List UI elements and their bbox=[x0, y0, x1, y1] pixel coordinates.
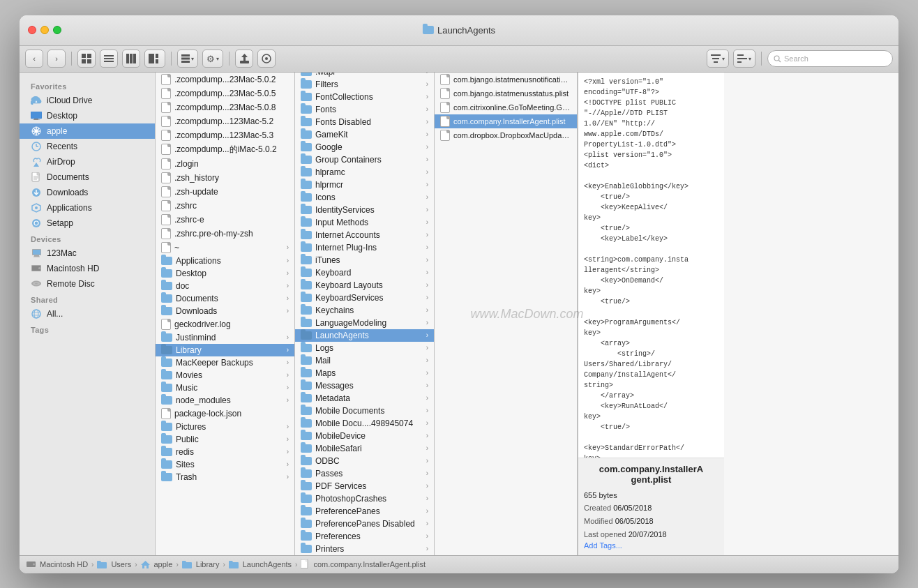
list-item[interactable]: PreferencePanes Disabled› bbox=[295, 518, 434, 530]
list-item[interactable]: Input Methods› bbox=[295, 216, 434, 229]
list-item[interactable]: com.dropbox.DropboxMacUpdate.agent.plist bbox=[435, 128, 577, 142]
sidebar-item-documents[interactable]: Documents bbox=[20, 169, 155, 185]
list-item[interactable]: GameKit› bbox=[295, 128, 434, 141]
list-item[interactable]: .zshrc-e bbox=[156, 213, 294, 227]
list-item[interactable]: Logs› bbox=[295, 342, 434, 354]
list-item[interactable]: .zcompdump...23Mac-5.0.5 bbox=[156, 86, 294, 100]
list-item[interactable]: .zsh-update bbox=[156, 185, 294, 199]
sidebar-item-recents[interactable]: Recents bbox=[20, 139, 155, 154]
list-item[interactable]: Music› bbox=[156, 382, 294, 394]
list-item[interactable]: Fonts Disabled› bbox=[295, 116, 434, 128]
sidebar-item-all[interactable]: All... bbox=[20, 306, 155, 322]
breadcrumb-item-4[interactable]: LaunchAgents bbox=[229, 560, 292, 568]
list-item[interactable]: Metadata› bbox=[295, 392, 434, 405]
list-item[interactable]: Maps› bbox=[295, 367, 434, 379]
list-item[interactable]: Group Containers› bbox=[295, 153, 434, 166]
list-item[interactable]: Keyboard Layouts› bbox=[295, 279, 434, 292]
tag-button[interactable] bbox=[257, 50, 276, 68]
view-list-button[interactable] bbox=[100, 50, 118, 68]
list-item[interactable]: com.company.InstallerAgent.plist bbox=[435, 114, 577, 128]
list-item[interactable]: MobileSafari› bbox=[295, 442, 434, 455]
search-box[interactable]: Search bbox=[767, 50, 893, 67]
list-item[interactable]: Icons› bbox=[295, 191, 434, 204]
list-item[interactable]: com.bjango.istatmenusstatus.plist bbox=[435, 86, 577, 100]
list-item[interactable]: Filters› bbox=[295, 78, 434, 91]
sidebar-item-airdrop[interactable]: AirDrop bbox=[20, 154, 155, 169]
list-item[interactable]: PhotoshopCrashes› bbox=[295, 492, 434, 505]
sidebar-item-applications[interactable]: Applications bbox=[20, 200, 155, 216]
list-item[interactable]: IdentityServices› bbox=[295, 204, 434, 216]
sidebar-item-apple[interactable]: apple bbox=[20, 123, 155, 139]
sidebar-item-setapp[interactable]: Setapp bbox=[20, 216, 155, 231]
view-cover-button[interactable] bbox=[144, 50, 165, 68]
list-item[interactable]: Google› bbox=[295, 141, 434, 153]
list-item[interactable]: redis› bbox=[156, 446, 294, 458]
forward-button[interactable]: › bbox=[47, 50, 66, 68]
list-item[interactable]: Documents› bbox=[156, 292, 294, 305]
arrange-button[interactable]: ▾ bbox=[177, 50, 198, 68]
list-item[interactable]: PDF Services› bbox=[295, 480, 434, 492]
list-item[interactable]: .zshrc bbox=[156, 199, 294, 213]
list-item[interactable]: Passes› bbox=[295, 467, 434, 480]
more-button[interactable]: ▾ bbox=[733, 50, 755, 68]
add-tags-button[interactable]: Add Tags... bbox=[584, 541, 718, 550]
list-item[interactable]: Applications› bbox=[156, 255, 294, 267]
sidebar-item-remote-disc[interactable]: Remote Disc bbox=[20, 276, 155, 292]
list-item[interactable]: hlpramc› bbox=[295, 166, 434, 179]
list-item[interactable]: KeyboardServices› bbox=[295, 292, 434, 304]
share-button[interactable] bbox=[235, 50, 253, 68]
list-item[interactable]: Keyboard› bbox=[295, 266, 434, 279]
list-item[interactable]: FontCollections› bbox=[295, 91, 434, 103]
sidebar-item-icloud-drive[interactable]: ▲iCloud Drive bbox=[20, 93, 155, 108]
list-item[interactable]: MacKeeper Backups› bbox=[156, 356, 294, 369]
list-item[interactable]: MobileDevice› bbox=[295, 430, 434, 442]
breadcrumb-item-3[interactable]: Library bbox=[182, 560, 220, 568]
maximize-button[interactable] bbox=[53, 26, 61, 34]
list-item[interactable]: Internet Plug-Ins› bbox=[295, 241, 434, 254]
list-item[interactable]: .zcompdump...23Mac-5.0.2 bbox=[156, 73, 294, 86]
list-item[interactable]: .wapi› bbox=[295, 73, 434, 78]
breadcrumb-item-1[interactable]: Users bbox=[97, 560, 131, 568]
list-item[interactable]: Desktop› bbox=[156, 267, 294, 280]
breadcrumb-item-2[interactable]: apple bbox=[141, 560, 173, 568]
list-item[interactable]: ~› bbox=[156, 241, 294, 255]
view-icons-button[interactable] bbox=[77, 50, 96, 68]
sidebar-item-desktop[interactable]: Desktop bbox=[20, 108, 155, 123]
sidebar-item-macintosh-hd[interactable]: Macintosh HD bbox=[20, 261, 155, 276]
list-item[interactable]: Keychains› bbox=[295, 304, 434, 317]
sidebar-item-123mac[interactable]: 123Mac bbox=[20, 246, 155, 261]
list-item[interactable]: package-lock.json bbox=[156, 407, 294, 421]
list-item[interactable]: doc› bbox=[156, 280, 294, 292]
list-item[interactable]: .zcompdump...23Mac-5.0.8 bbox=[156, 100, 294, 114]
list-item[interactable]: .zsh_history bbox=[156, 171, 294, 185]
list-item[interactable]: geckodriver.log bbox=[156, 317, 294, 331]
list-item[interactable]: Public› bbox=[156, 433, 294, 446]
list-item[interactable]: com.citrixonline.GoToMeeting.G2MUpdate.p… bbox=[435, 100, 577, 114]
list-item[interactable]: node_modules› bbox=[156, 394, 294, 407]
view-columns-button[interactable] bbox=[122, 50, 140, 68]
list-item[interactable]: PreferencePanes› bbox=[295, 505, 434, 518]
back-button[interactable]: ‹ bbox=[25, 50, 43, 68]
list-item[interactable]: .zlogin bbox=[156, 157, 294, 171]
list-item[interactable]: Sites› bbox=[156, 458, 294, 471]
list-item[interactable]: hlprmcr› bbox=[295, 179, 434, 191]
traffic-lights[interactable] bbox=[28, 26, 61, 34]
list-item[interactable]: Messages› bbox=[295, 379, 434, 392]
list-item[interactable]: Preferences› bbox=[295, 530, 434, 543]
list-item[interactable]: Movies› bbox=[156, 369, 294, 382]
list-item[interactable]: Fonts› bbox=[295, 103, 434, 116]
list-item[interactable]: Internet Accounts› bbox=[295, 229, 434, 241]
list-item[interactable]: .zcompdump...123Mac-5.2 bbox=[156, 114, 294, 128]
list-item[interactable]: Pictures› bbox=[156, 421, 294, 433]
sort-button[interactable]: ▾ bbox=[707, 50, 729, 68]
minimize-button[interactable] bbox=[40, 26, 49, 34]
list-item[interactable]: .zcompdump...123Mac-5.3 bbox=[156, 128, 294, 142]
breadcrumb-item-0[interactable]: Macintosh HD bbox=[27, 560, 88, 568]
list-item[interactable]: ODBC› bbox=[295, 455, 434, 467]
list-item[interactable]: Trash› bbox=[156, 471, 294, 483]
list-item[interactable]: LanguageModeling› bbox=[295, 317, 434, 329]
list-item[interactable]: Mobile Documents› bbox=[295, 405, 434, 417]
breadcrumb-item-5[interactable]: com.company.InstallerAgent.plist bbox=[301, 559, 426, 569]
list-item[interactable]: LaunchAgents› bbox=[295, 329, 434, 342]
list-item[interactable]: Downloads› bbox=[156, 305, 294, 317]
